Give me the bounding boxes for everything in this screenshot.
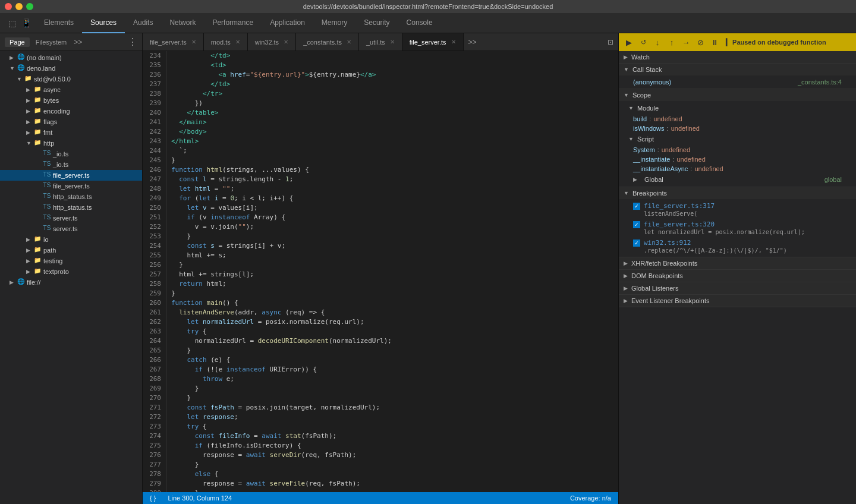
scope-module-header[interactable]: ▼ Module xyxy=(619,102,856,114)
section-watch-header[interactable]: ▶ Watch xyxy=(619,51,856,63)
statusbar: { } Line 300, Column 124 Coverage: n/a xyxy=(143,492,618,504)
tree-item-textproto[interactable]: ▶ 📁 textproto xyxy=(0,266,142,277)
tab-network[interactable]: Network xyxy=(161,13,204,33)
breakpoint-file-1[interactable]: file_server.ts:317 xyxy=(644,202,715,210)
section-dom-header[interactable]: ▶ DOM Breakpoints xyxy=(619,270,856,282)
code-tab-constants[interactable]: _constants.ts ✕ xyxy=(296,33,359,51)
sidebar-tab-filesystem[interactable]: Filesystem xyxy=(31,37,72,47)
deactivate-icon[interactable]: ⊘ xyxy=(695,37,706,48)
step-over-icon[interactable]: ↺ xyxy=(638,37,649,48)
section-event-breakpoints-label: Event Listener Breakpoints xyxy=(631,297,709,304)
tree-item-flags[interactable]: ▶ 📁 flags xyxy=(0,116,142,127)
tree-item-http-status[interactable]: ▶ TS http_status.ts xyxy=(0,191,142,202)
device-icon[interactable]: 📱 xyxy=(21,18,31,28)
section-global-listeners-header[interactable]: ▶ Global Listeners xyxy=(619,282,856,294)
tree-item-bytes[interactable]: ▶ 📁 bytes xyxy=(0,95,142,106)
section-call-stack: ▼ Call Stack (anonymous) _constants.ts:4 xyxy=(619,64,856,89)
pause-on-exception-icon[interactable]: ⏸ xyxy=(709,37,720,48)
tab-memory[interactable]: Memory xyxy=(313,13,355,33)
code-editor[interactable]: </td> <td> <a href="${entry.url}">${entr… xyxy=(166,51,618,492)
tree-item-std[interactable]: ▼ 📁 std@v0.50.0 xyxy=(0,74,142,84)
scope-item-name: build xyxy=(633,115,647,122)
breakpoint-checkbox-1[interactable]: ✓ xyxy=(633,203,640,210)
code-tab-close[interactable]: ✕ xyxy=(451,39,456,45)
tab-audits[interactable]: Audits xyxy=(125,13,161,33)
minimize-button[interactable] xyxy=(15,3,23,10)
file-ts-icon: TS xyxy=(43,171,51,179)
sidebar-tab-page[interactable]: Page xyxy=(5,37,30,47)
tree-item-path[interactable]: ▶ 📁 path xyxy=(0,245,142,256)
collapse-icon: ▼ xyxy=(624,67,629,73)
tab-console[interactable]: Console xyxy=(398,13,441,33)
tree-item-server-ts[interactable]: ▶ TS server.ts xyxy=(0,213,142,223)
tree-item-io[interactable]: ▶ 📁 io xyxy=(0,234,142,245)
scope-item-value: undefined xyxy=(694,165,723,172)
section-breakpoints-header[interactable]: ▼ Breakpoints xyxy=(619,187,856,199)
tree-item-io-ts[interactable]: ▶ TS _io.ts xyxy=(0,149,142,159)
code-tab-close[interactable]: ✕ xyxy=(390,39,395,45)
tree-item-file-server-ts-2[interactable]: ▶ TS file_server.ts xyxy=(0,181,142,191)
tree-label: io xyxy=(43,236,49,243)
tab-security[interactable]: Security xyxy=(355,13,398,33)
code-tab-util[interactable]: _util.ts ✕ xyxy=(359,33,402,51)
tree-item-http-status-2[interactable]: ▶ TS http_status.ts xyxy=(0,202,142,213)
breakpoint-checkbox-3[interactable]: ✓ xyxy=(633,240,640,247)
code-panel: file_server.ts ✕ mod.ts ✕ win32.ts ✕ _co… xyxy=(143,33,618,504)
code-tab-file-server-2[interactable]: file_server.ts ✕ xyxy=(402,33,464,51)
tree-item-file[interactable]: ▶ 🌐 file:// xyxy=(0,277,142,288)
tree-item-encoding[interactable]: ▶ 📁 encoding xyxy=(0,106,142,116)
maximize-button[interactable] xyxy=(26,3,33,10)
code-tab-new[interactable]: ⊡ xyxy=(603,33,618,51)
breakpoint-code-2: let normalizedUrl = posix.normalize(req.… xyxy=(633,229,851,235)
tree-arrow: ▼ xyxy=(17,76,24,82)
tree-item-file-server-ts[interactable]: ▶ TS file_server.ts xyxy=(0,170,142,181)
tree-item-async[interactable]: ▶ 📁 async xyxy=(0,84,142,95)
tree-item-deno-land[interactable]: ▼ 🌐 deno.land xyxy=(0,63,142,74)
sidebar-menu-button[interactable]: ⋮ xyxy=(128,36,137,48)
inspect-icon[interactable]: ⬚ xyxy=(7,18,17,28)
section-call-stack-header[interactable]: ▼ Call Stack xyxy=(619,64,856,75)
call-stack-item[interactable]: (anonymous) _constants.ts:4 xyxy=(619,77,856,87)
sidebar-tab-more[interactable]: >> xyxy=(74,38,82,46)
call-stack-content: (anonymous) _constants.ts:4 xyxy=(619,75,856,89)
tree-item-fmt[interactable]: ▶ 📁 fmt xyxy=(0,127,142,138)
tab-elements[interactable]: Elements xyxy=(36,13,82,33)
window-title: devtools://devtools/bundled/inspector.ht… xyxy=(303,3,553,10)
code-tab-close[interactable]: ✕ xyxy=(284,39,288,45)
breakpoint-item-1: ✓ file_server.ts:317 listenAndServe( xyxy=(619,200,856,219)
step-icon[interactable]: → xyxy=(681,37,691,48)
breakpoint-file-2[interactable]: file_server.ts:320 xyxy=(644,220,715,228)
tree-item-http[interactable]: ▼ 📁 http xyxy=(0,138,142,149)
tree-label: bytes xyxy=(43,97,59,104)
resume-icon[interactable]: ▶ xyxy=(624,37,634,48)
tab-performance[interactable]: Performance xyxy=(204,13,262,33)
tab-sources[interactable]: Sources xyxy=(82,13,125,33)
code-tab-close[interactable]: ✕ xyxy=(347,39,351,45)
code-tab-file-server-1[interactable]: file_server.ts ✕ xyxy=(143,33,204,51)
code-tabs-overflow[interactable]: >> xyxy=(464,33,482,51)
code-tab-close[interactable]: ✕ xyxy=(191,39,196,45)
step-into-icon[interactable]: ↓ xyxy=(652,37,663,48)
breakpoint-check-3: ✓ win32.ts:912 xyxy=(633,239,851,247)
file-ts-icon: TS xyxy=(43,160,51,169)
section-scope-header[interactable]: ▼ Scope xyxy=(619,89,856,101)
tree-item-no-domain[interactable]: ▶ 🌐 (no domain) xyxy=(0,52,142,63)
step-out-icon[interactable]: ↑ xyxy=(666,37,677,48)
code-tab-mod[interactable]: mod.ts ✕ xyxy=(204,33,248,51)
tree-item-server-ts-2[interactable]: ▶ TS server.ts xyxy=(0,223,142,234)
section-scope-label: Scope xyxy=(632,92,651,99)
breakpoint-checkbox-2[interactable]: ✓ xyxy=(633,221,640,228)
scope-script-header[interactable]: ▼ Script xyxy=(619,133,856,145)
tree-item-io-ts-2[interactable]: ▶ TS _io.ts xyxy=(0,159,142,170)
code-tab-label: _util.ts xyxy=(366,39,385,46)
section-xhr-header[interactable]: ▶ XHR/fetch Breakpoints xyxy=(619,257,856,269)
code-tab-close[interactable]: ✕ xyxy=(235,39,240,45)
section-event-breakpoints-header[interactable]: ▶ Event Listener Breakpoints xyxy=(619,295,856,307)
breakpoint-file-3[interactable]: win32.ts:912 xyxy=(644,239,691,247)
tree-label: http xyxy=(43,140,54,147)
tree-item-testing[interactable]: ▶ 📁 testing xyxy=(0,256,142,266)
scope-global-header[interactable]: ▶ Global global xyxy=(619,174,856,185)
code-tab-win32[interactable]: win32.ts ✕ xyxy=(248,33,296,51)
close-button[interactable] xyxy=(5,3,12,10)
tab-application[interactable]: Application xyxy=(262,13,313,33)
